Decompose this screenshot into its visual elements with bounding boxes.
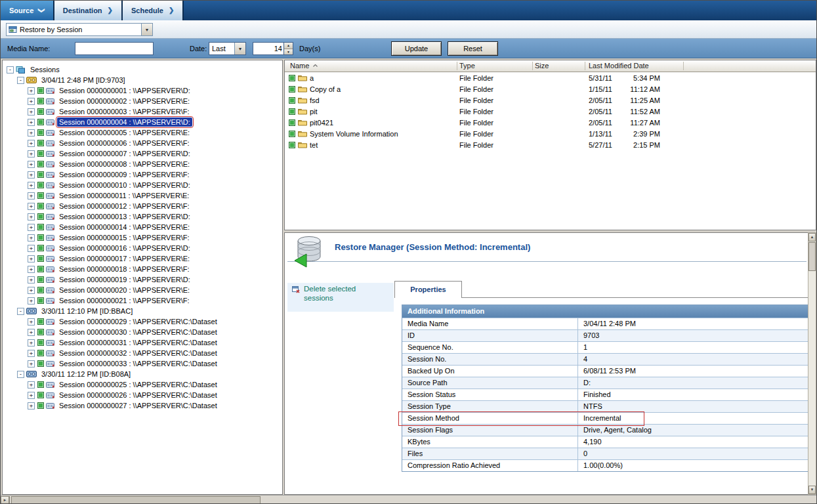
tree-media-label[interactable]: 3/30/11 12:12 PM [ID:B08A] bbox=[39, 369, 133, 379]
tree-expander-icon[interactable]: + bbox=[28, 297, 35, 304]
tree-expander-icon[interactable]: + bbox=[28, 360, 35, 368]
session-checkbox[interactable] bbox=[37, 161, 44, 167]
session-checkbox[interactable] bbox=[37, 129, 44, 136]
column-divider[interactable] bbox=[532, 62, 533, 70]
file-list-row[interactable]: tet File Folder 5/27/11 2:15 PM bbox=[285, 139, 816, 150]
file-checkbox[interactable] bbox=[289, 75, 295, 81]
tree-expander-icon[interactable]: - bbox=[17, 77, 24, 84]
tree-expander-icon[interactable]: - bbox=[17, 371, 24, 378]
file-list-row[interactable]: a File Folder 5/31/11 5:34 PM bbox=[285, 72, 816, 83]
tab-schedule[interactable]: Schedule ❯ bbox=[123, 1, 184, 20]
tree-session-label[interactable]: Session 0000000033 : \\APPSERVER\C:\Data… bbox=[57, 359, 219, 368]
file-list-row[interactable]: pit0421 File Folder 2/05/11 11:27 AM bbox=[285, 117, 816, 128]
tree-session-label[interactable]: Session 0000000002 : \\APPSERVER\E: bbox=[57, 96, 192, 106]
tree-session-label[interactable]: Session 0000000007 : \\APPSERVER\D: bbox=[57, 149, 192, 158]
update-button[interactable]: Update bbox=[391, 41, 442, 56]
tree-expander-icon[interactable]: + bbox=[28, 119, 35, 126]
tree-session-label[interactable]: Session 0000000005 : \\APPSERVER\E: bbox=[57, 128, 192, 137]
session-checkbox[interactable] bbox=[37, 392, 44, 398]
session-checkbox[interactable] bbox=[37, 150, 44, 157]
session-checkbox[interactable] bbox=[37, 203, 44, 209]
session-checkbox[interactable] bbox=[37, 276, 44, 283]
tree-session-label[interactable]: Session 0000000031 : \\APPSERVER\C:\Data… bbox=[57, 338, 219, 347]
column-divider[interactable] bbox=[585, 62, 585, 70]
tree-expander-icon[interactable]: + bbox=[28, 108, 35, 116]
tree-expander-icon[interactable]: + bbox=[28, 140, 35, 147]
tree-session-label[interactable]: Session 0000000012 : \\APPSERVER\F: bbox=[57, 201, 192, 211]
file-checkbox[interactable] bbox=[289, 142, 295, 148]
tree-session-label[interactable]: Session 0000000026 : \\APPSERVER\C:\Data… bbox=[57, 390, 219, 400]
tree-root-label[interactable]: Sessions bbox=[28, 65, 62, 74]
session-checkbox[interactable] bbox=[37, 224, 44, 230]
tree-expander-icon[interactable]: + bbox=[28, 129, 35, 136]
tree-media-label[interactable]: 3/30/11 12:10 PM [ID:BBAC] bbox=[39, 306, 135, 316]
session-checkbox[interactable] bbox=[37, 339, 44, 346]
tree-expander-icon[interactable]: + bbox=[28, 350, 35, 357]
tree-expander-icon[interactable]: + bbox=[28, 161, 35, 168]
file-checkbox[interactable] bbox=[289, 108, 295, 115]
media-name-input[interactable] bbox=[75, 42, 154, 55]
tree-expander-icon[interactable]: + bbox=[28, 234, 35, 242]
tree-expander-icon[interactable]: + bbox=[28, 255, 35, 262]
tree-expander-icon[interactable]: + bbox=[28, 287, 35, 294]
tree-session-label[interactable]: Session 0000000020 : \\APPSERVER\E: bbox=[57, 285, 192, 295]
reset-button[interactable]: Reset bbox=[448, 41, 498, 56]
file-list-row[interactable]: System Volume Information File Folder 1/… bbox=[285, 128, 816, 139]
session-checkbox[interactable] bbox=[37, 140, 44, 146]
session-checkbox[interactable] bbox=[37, 119, 44, 125]
tree-session-label[interactable]: Session 0000000015 : \\APPSERVER\F: bbox=[57, 233, 192, 242]
file-checkbox[interactable] bbox=[289, 86, 295, 93]
tree-session-label[interactable]: Session 0000000029 : \\APPSERVER\C:\Data… bbox=[57, 317, 219, 326]
tree-session-label[interactable]: Session 0000000004 : \\APPSERVER\D: bbox=[57, 117, 192, 127]
file-name[interactable]: tet bbox=[310, 141, 318, 149]
tree-session-label[interactable]: Session 0000000027 : \\APPSERVER\C:\Data… bbox=[57, 401, 219, 410]
tree-session-label[interactable]: Session 0000000032 : \\APPSERVER\C:\Data… bbox=[57, 348, 219, 358]
file-name[interactable]: System Volume Information bbox=[310, 130, 398, 138]
tree-expander-icon[interactable]: + bbox=[28, 213, 35, 220]
file-checkbox[interactable] bbox=[289, 131, 295, 137]
tab-source[interactable]: Source ❯ bbox=[1, 1, 54, 20]
file-name[interactable]: Copy of a bbox=[310, 85, 341, 93]
vertical-scrollbar[interactable]: ▲ ▼ bbox=[808, 232, 816, 495]
session-checkbox[interactable] bbox=[37, 266, 44, 272]
session-checkbox[interactable] bbox=[37, 245, 44, 251]
tree-session-label[interactable]: Session 0000000014 : \\APPSERVER\E: bbox=[57, 222, 192, 232]
file-checkbox[interactable] bbox=[289, 119, 295, 126]
file-name[interactable]: a bbox=[310, 74, 314, 82]
column-divider[interactable] bbox=[683, 62, 684, 70]
tree-session-label[interactable]: Session 0000000017 : \\APPSERVER\E: bbox=[57, 254, 192, 263]
tree-session-label[interactable]: Session 0000000016 : \\APPSERVER\D: bbox=[57, 243, 192, 253]
session-checkbox[interactable] bbox=[37, 287, 44, 293]
tree-session-label[interactable]: Session 0000000006 : \\APPSERVER\F: bbox=[57, 138, 192, 148]
tree-session-label[interactable]: Session 0000000008 : \\APPSERVER\E: bbox=[57, 159, 192, 169]
tree-expander-icon[interactable]: + bbox=[28, 245, 35, 252]
tab-destination[interactable]: Destination ❯ bbox=[54, 1, 123, 20]
delete-sessions-link[interactable]: Delete selected bbox=[304, 285, 356, 293]
dropdown-arrow-icon[interactable]: ▼ bbox=[141, 24, 152, 35]
file-list-row[interactable]: Copy of a File Folder 1/15/11 11:12 AM bbox=[285, 83, 816, 94]
spin-up-icon[interactable]: ▲ bbox=[284, 43, 293, 49]
file-list-row[interactable]: fsd File Folder 2/05/11 11:25 AM bbox=[285, 94, 816, 106]
tree-session-label[interactable]: Session 0000000018 : \\APPSERVER\F: bbox=[57, 264, 192, 274]
tree-session-label[interactable]: Session 0000000030 : \\APPSERVER\C:\Data… bbox=[57, 327, 219, 337]
tree-session-label[interactable]: Session 0000000025 : \\APPSERVER\C:\Data… bbox=[57, 380, 219, 389]
column-header-modified[interactable]: Last Modified Date bbox=[589, 62, 649, 70]
tree-session-label[interactable]: Session 0000000001 : \\APPSERVER\D: bbox=[57, 86, 192, 95]
session-checkbox[interactable] bbox=[37, 192, 44, 199]
session-checkbox[interactable] bbox=[37, 98, 44, 104]
tree-expander-icon[interactable]: + bbox=[28, 203, 35, 210]
tree-expander-icon[interactable]: + bbox=[28, 402, 35, 410]
file-checkbox[interactable] bbox=[289, 97, 295, 104]
tree-expander-icon[interactable]: + bbox=[28, 339, 35, 346]
column-header-type[interactable]: Type bbox=[459, 62, 475, 70]
session-checkbox[interactable] bbox=[37, 329, 44, 335]
column-divider[interactable] bbox=[457, 62, 457, 70]
tree-session-label[interactable]: Session 0000000010 : \\APPSERVER\D: bbox=[57, 180, 192, 190]
session-checkbox[interactable] bbox=[37, 171, 44, 178]
session-checkbox[interactable] bbox=[37, 402, 44, 409]
tree-session-label[interactable]: Session 0000000021 : \\APPSERVER\F: bbox=[57, 296, 192, 305]
tree-expander-icon[interactable]: + bbox=[28, 150, 35, 158]
delete-sessions-link-line2[interactable]: sessions bbox=[304, 294, 333, 302]
scroll-up-icon[interactable]: ▲ bbox=[808, 233, 816, 242]
session-checkbox[interactable] bbox=[37, 182, 44, 188]
